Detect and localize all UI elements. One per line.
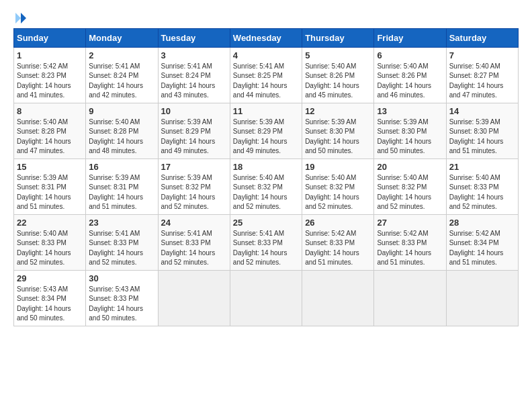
day-number: 1: [17, 50, 83, 60]
cell-details: Sunrise: 5:41 AMSunset: 8:33 PMDaylight:…: [89, 230, 143, 267]
cell-details: Sunrise: 5:40 AMSunset: 8:28 PMDaylight:…: [17, 118, 71, 155]
day-number: 14: [449, 106, 515, 116]
cell-details: Sunrise: 5:39 AMSunset: 8:31 PMDaylight:…: [17, 174, 71, 211]
cell-details: Sunrise: 5:42 AMSunset: 8:23 PMDaylight:…: [17, 62, 71, 99]
day-number: 16: [89, 162, 154, 172]
day-number: 6: [377, 50, 443, 60]
calendar-cell: 13Sunrise: 5:39 AMSunset: 8:30 PMDayligh…: [374, 103, 446, 158]
day-number: 20: [377, 162, 443, 172]
calendar-cell: 1Sunrise: 5:42 AMSunset: 8:23 PMDaylight…: [14, 47, 86, 103]
calendar-cell: 4Sunrise: 5:41 AMSunset: 8:25 PMDaylight…: [230, 47, 302, 103]
calendar-cell: [158, 270, 230, 326]
page: SundayMondayTuesdayWednesdayThursdayFrid…: [0, 0, 532, 333]
day-number: 30: [89, 273, 154, 283]
day-number: 12: [305, 106, 371, 116]
day-number: 28: [449, 218, 515, 228]
day-header-monday: Monday: [86, 28, 158, 47]
day-number: 9: [89, 106, 154, 116]
day-number: 18: [233, 162, 299, 172]
day-number: 13: [377, 106, 443, 116]
calendar-cell: 5Sunrise: 5:40 AMSunset: 8:26 PMDaylight…: [302, 47, 374, 103]
day-number: 3: [161, 50, 227, 60]
week-row-4: 22Sunrise: 5:40 AMSunset: 8:33 PMDayligh…: [14, 214, 519, 270]
cell-details: Sunrise: 5:40 AMSunset: 8:33 PMDaylight:…: [17, 230, 71, 267]
calendar-cell: 11Sunrise: 5:39 AMSunset: 8:29 PMDayligh…: [230, 103, 302, 158]
calendar-table: SundayMondayTuesdayWednesdayThursdayFrid…: [13, 28, 519, 326]
cell-details: Sunrise: 5:39 AMSunset: 8:29 PMDaylight:…: [161, 118, 216, 155]
calendar-cell: 10Sunrise: 5:39 AMSunset: 8:29 PMDayligh…: [158, 103, 230, 158]
cell-details: Sunrise: 5:43 AMSunset: 8:33 PMDaylight:…: [89, 285, 143, 322]
cell-details: Sunrise: 5:42 AMSunset: 8:33 PMDaylight:…: [377, 230, 431, 267]
day-number: 2: [89, 50, 154, 60]
day-number: 17: [161, 162, 227, 172]
day-number: 10: [161, 106, 227, 116]
calendar-cell: 18Sunrise: 5:40 AMSunset: 8:32 PMDayligh…: [230, 158, 302, 214]
week-row-1: 1Sunrise: 5:42 AMSunset: 8:23 PMDaylight…: [14, 47, 519, 103]
calendar-cell: 30Sunrise: 5:43 AMSunset: 8:33 PMDayligh…: [86, 270, 158, 326]
day-number: 29: [17, 273, 83, 283]
week-row-2: 8Sunrise: 5:40 AMSunset: 8:28 PMDaylight…: [14, 103, 519, 158]
calendar-cell: [374, 270, 446, 326]
cell-details: Sunrise: 5:39 AMSunset: 8:31 PMDaylight:…: [89, 174, 143, 211]
cell-details: Sunrise: 5:40 AMSunset: 8:26 PMDaylight:…: [305, 62, 359, 99]
cell-details: Sunrise: 5:39 AMSunset: 8:30 PMDaylight:…: [305, 118, 359, 155]
day-number: 22: [17, 218, 83, 228]
day-number: 19: [305, 162, 371, 172]
day-number: 23: [89, 218, 154, 228]
day-number: 8: [17, 106, 83, 116]
calendar-cell: 24Sunrise: 5:41 AMSunset: 8:33 PMDayligh…: [158, 214, 230, 270]
day-number: 25: [233, 218, 299, 228]
calendar-cell: 7Sunrise: 5:40 AMSunset: 8:27 PMDaylight…: [446, 47, 518, 103]
cell-details: Sunrise: 5:41 AMSunset: 8:33 PMDaylight:…: [233, 230, 287, 267]
cell-details: Sunrise: 5:39 AMSunset: 8:32 PMDaylight:…: [161, 174, 216, 211]
svg-marker-1: [15, 13, 21, 24]
cell-details: Sunrise: 5:41 AMSunset: 8:24 PMDaylight:…: [89, 62, 143, 99]
cell-details: Sunrise: 5:40 AMSunset: 8:27 PMDaylight:…: [449, 62, 504, 99]
calendar-cell: 26Sunrise: 5:42 AMSunset: 8:33 PMDayligh…: [302, 214, 374, 270]
cell-details: Sunrise: 5:43 AMSunset: 8:34 PMDaylight:…: [17, 285, 71, 322]
cell-details: Sunrise: 5:42 AMSunset: 8:34 PMDaylight:…: [449, 230, 504, 267]
calendar-cell: 17Sunrise: 5:39 AMSunset: 8:32 PMDayligh…: [158, 158, 230, 214]
calendar-cell: 9Sunrise: 5:40 AMSunset: 8:28 PMDaylight…: [86, 103, 158, 158]
calendar-cell: 8Sunrise: 5:40 AMSunset: 8:28 PMDaylight…: [14, 103, 86, 158]
calendar-cell: 29Sunrise: 5:43 AMSunset: 8:34 PMDayligh…: [14, 270, 86, 326]
calendar-cell: 3Sunrise: 5:41 AMSunset: 8:24 PMDaylight…: [158, 47, 230, 103]
calendar-cell: [446, 270, 518, 326]
cell-details: Sunrise: 5:39 AMSunset: 8:30 PMDaylight:…: [377, 118, 431, 155]
day-header-tuesday: Tuesday: [158, 28, 230, 47]
day-number: 26: [305, 218, 371, 228]
cell-details: Sunrise: 5:40 AMSunset: 8:33 PMDaylight:…: [449, 174, 504, 211]
day-number: 27: [377, 218, 443, 228]
cell-details: Sunrise: 5:40 AMSunset: 8:32 PMDaylight:…: [233, 174, 287, 211]
day-number: 5: [305, 50, 371, 60]
day-number: 24: [161, 218, 227, 228]
cell-details: Sunrise: 5:39 AMSunset: 8:29 PMDaylight:…: [233, 118, 287, 155]
calendar-cell: [230, 270, 302, 326]
calendar-cell: 28Sunrise: 5:42 AMSunset: 8:34 PMDayligh…: [446, 214, 518, 270]
day-number: 11: [233, 106, 299, 116]
cell-details: Sunrise: 5:41 AMSunset: 8:24 PMDaylight:…: [161, 62, 216, 99]
cell-details: Sunrise: 5:41 AMSunset: 8:25 PMDaylight:…: [233, 62, 287, 99]
calendar-cell: 22Sunrise: 5:40 AMSunset: 8:33 PMDayligh…: [14, 214, 86, 270]
cell-details: Sunrise: 5:41 AMSunset: 8:33 PMDaylight:…: [161, 230, 216, 267]
calendar-cell: 20Sunrise: 5:40 AMSunset: 8:32 PMDayligh…: [374, 158, 446, 214]
calendar-cell: 12Sunrise: 5:39 AMSunset: 8:30 PMDayligh…: [302, 103, 374, 158]
calendar-cell: 23Sunrise: 5:41 AMSunset: 8:33 PMDayligh…: [86, 214, 158, 270]
calendar-cell: 14Sunrise: 5:39 AMSunset: 8:30 PMDayligh…: [446, 103, 518, 158]
header: [13, 11, 519, 24]
calendar-cell: 2Sunrise: 5:41 AMSunset: 8:24 PMDaylight…: [86, 47, 158, 103]
day-header-saturday: Saturday: [446, 28, 518, 47]
day-number: 21: [449, 162, 515, 172]
calendar-cell: 25Sunrise: 5:41 AMSunset: 8:33 PMDayligh…: [230, 214, 302, 270]
cell-details: Sunrise: 5:40 AMSunset: 8:32 PMDaylight:…: [305, 174, 359, 211]
week-row-3: 15Sunrise: 5:39 AMSunset: 8:31 PMDayligh…: [14, 158, 519, 214]
calendar-cell: 16Sunrise: 5:39 AMSunset: 8:31 PMDayligh…: [86, 158, 158, 214]
calendar-cell: 6Sunrise: 5:40 AMSunset: 8:26 PMDaylight…: [374, 47, 446, 103]
logo: [13, 11, 27, 24]
cell-details: Sunrise: 5:40 AMSunset: 8:26 PMDaylight:…: [377, 62, 431, 99]
cell-details: Sunrise: 5:42 AMSunset: 8:33 PMDaylight:…: [305, 230, 359, 267]
calendar-cell: 27Sunrise: 5:42 AMSunset: 8:33 PMDayligh…: [374, 214, 446, 270]
cell-details: Sunrise: 5:40 AMSunset: 8:32 PMDaylight:…: [377, 174, 431, 211]
svg-marker-0: [21, 13, 26, 24]
cell-details: Sunrise: 5:40 AMSunset: 8:28 PMDaylight:…: [89, 118, 143, 155]
